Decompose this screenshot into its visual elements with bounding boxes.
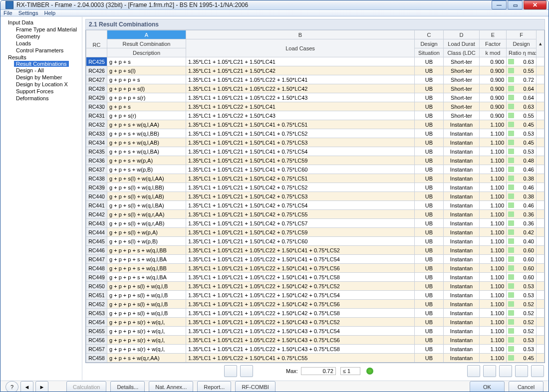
scroll-gutter[interactable]: [537, 336, 545, 345]
cell-kmod[interactable]: 1.100: [480, 255, 507, 264]
cell-rc[interactable]: RC450: [86, 282, 107, 291]
table-row[interactable]: RC446g + p + p + s + w(q,l,BB1.35*LC1 + …: [86, 246, 545, 255]
cell-rc[interactable]: RC446: [86, 246, 107, 255]
calculation-button[interactable]: Calculation: [66, 381, 106, 392]
cell-loadcases[interactable]: 1.35*LC1 + 1.05*LC21 + 1.50*LC41 + 0.75*…: [186, 147, 415, 156]
cell-design-situation[interactable]: UB: [415, 354, 444, 363]
cell-kmod[interactable]: 1.100: [480, 282, 507, 291]
scroll-gutter[interactable]: [537, 255, 545, 264]
cell-ldc[interactable]: Instantan: [444, 174, 480, 183]
tree-item[interactable]: Design - All: [1, 67, 82, 74]
scroll-gutter[interactable]: [537, 66, 545, 75]
cell-rc[interactable]: RC437: [86, 165, 107, 174]
cell-ldc[interactable]: Instantan: [444, 273, 480, 282]
menu-help[interactable]: Help: [44, 10, 55, 16]
scroll-gutter[interactable]: [537, 57, 545, 66]
cell-desc[interactable]: g + p + s(l) + w(q,r,AA): [107, 210, 186, 219]
minimize-button[interactable]: —: [492, 0, 507, 9]
tree-item[interactable]: Design by Location X: [1, 81, 82, 88]
cell-loadcases[interactable]: 1.35*LC1 + 1.05*LC21 + 1.50*LC41 + 0.75*…: [186, 156, 415, 165]
tree-section-input[interactable]: Input Data: [1, 19, 82, 26]
table-row[interactable]: RC426g + p + s(l)1.35*LC1 + 1.05*LC21 + …: [86, 66, 545, 75]
cell-loadcases[interactable]: 1.35*LC1 + 1.05*LC21 + 1.50*LC41: [186, 57, 415, 66]
table-row[interactable]: RC438g + p + s(l) + w(q,l,AA)1.35*LC1 + …: [86, 174, 545, 183]
table-row[interactable]: RC425g + p + s1.35*LC1 + 1.05*LC21 + 1.5…: [86, 57, 545, 66]
table-row[interactable]: RC457g + p + p + s(r) + w(q,l,1.35*LC1 +…: [86, 345, 545, 354]
cell-loadcases[interactable]: 1.35*LC1 + 1.05*LC21 + 1.50*LC42 + 0.75*…: [186, 201, 415, 210]
cell-desc[interactable]: g + p + p + s(l) + w(q,l,B: [107, 300, 186, 309]
cell-design-situation[interactable]: UB: [415, 129, 444, 138]
cell-rc[interactable]: RC428: [86, 84, 107, 93]
cell-design-situation[interactable]: UB: [415, 201, 444, 210]
cell-desc[interactable]: g + p + s + w(q,l,BB): [107, 129, 186, 138]
cell-ratio[interactable]: 0.45: [507, 354, 537, 363]
cell-ldc[interactable]: Instantan: [444, 237, 480, 246]
col-factor[interactable]: Factor: [480, 39, 507, 48]
scroll-gutter[interactable]: [537, 93, 545, 102]
cell-design-situation[interactable]: UB: [415, 309, 444, 318]
tree-item[interactable]: Design by Member: [1, 74, 82, 81]
cancel-button[interactable]: Cancel: [509, 381, 544, 392]
cell-desc[interactable]: g + p + s(l): [107, 66, 186, 75]
cell-ratio[interactable]: 0.55: [507, 66, 537, 75]
cell-loadcases[interactable]: 1.35*LC1 + 1.05*LC21 + 1.50*LC42 + 0.75*…: [186, 174, 415, 183]
cell-kmod[interactable]: 0.900: [480, 75, 507, 84]
cell-ratio[interactable]: 0.64: [507, 93, 537, 102]
colgroup-c[interactable]: C: [415, 30, 444, 39]
cell-design-situation[interactable]: UB: [415, 273, 444, 282]
cell-design-situation[interactable]: UB: [415, 327, 444, 336]
cell-loadcases[interactable]: 1.35*LC1 + 1.05*LC21 + 1.05*LC22 + 1.50*…: [186, 309, 415, 318]
scroll-gutter[interactable]: [537, 129, 545, 138]
cell-desc[interactable]: g + p + s(l) + w(q,r,AB): [107, 219, 186, 228]
col-desc[interactable]: Result Combination: [107, 39, 186, 48]
cell-kmod[interactable]: 1.100: [480, 219, 507, 228]
maximize-button[interactable]: ▭: [508, 0, 523, 9]
col-ld2[interactable]: Class (LDC: [444, 48, 480, 57]
cell-desc[interactable]: g + p + s: [107, 102, 186, 111]
cell-ldc[interactable]: Instantan: [444, 336, 480, 345]
col-fk2[interactable]: k mod: [480, 48, 507, 57]
tree-item[interactable]: Frame Type and Material: [1, 26, 82, 33]
cell-kmod[interactable]: 1.100: [480, 300, 507, 309]
cell-rc[interactable]: RC433: [86, 129, 107, 138]
cell-ldc[interactable]: Instantan: [444, 156, 480, 165]
cell-design-situation[interactable]: UB: [415, 192, 444, 201]
cell-ratio[interactable]: 0.38: [507, 174, 537, 183]
scroll-gutter[interactable]: [537, 327, 545, 336]
scroll-gutter[interactable]: [537, 111, 545, 120]
cell-ratio[interactable]: 0.46: [507, 201, 537, 210]
cell-desc[interactable]: g + p + s + w(q,l,AB): [107, 138, 186, 147]
cell-kmod[interactable]: 1.100: [480, 129, 507, 138]
cell-desc[interactable]: g + p + s(l) + w(q,l,BA): [107, 201, 186, 210]
table-row[interactable]: RC454g + p + p + s(r) + w(q,l,1.35*LC1 +…: [86, 318, 545, 327]
cell-loadcases[interactable]: 1.35*LC1 + 1.05*LC21 + 1.05*LC22 + 1.50*…: [186, 264, 415, 273]
rf-combi-button[interactable]: RF-COMBI: [235, 381, 275, 392]
cell-desc[interactable]: g + p + p + s: [107, 75, 186, 84]
cell-ratio[interactable]: 0.45: [507, 120, 537, 129]
cell-rc[interactable]: RC426: [86, 66, 107, 75]
col-design-situation[interactable]: Design: [415, 39, 444, 48]
table-row[interactable]: RC433g + p + s + w(q,l,BB)1.35*LC1 + 1.0…: [86, 129, 545, 138]
cell-design-situation[interactable]: UB: [415, 138, 444, 147]
colgroup-e[interactable]: E: [480, 30, 507, 39]
scroll-gutter[interactable]: [537, 210, 545, 219]
colgroup-f[interactable]: F: [507, 30, 537, 39]
cell-kmod[interactable]: 1.100: [480, 237, 507, 246]
cell-desc[interactable]: g + p + s(r): [107, 111, 186, 120]
cell-desc[interactable]: g + p + p + s + w(q,l,BA: [107, 273, 186, 282]
cell-ldc[interactable]: Instantan: [444, 210, 480, 219]
cell-rc[interactable]: RC457: [86, 345, 107, 354]
cell-ldc[interactable]: Short-ter: [444, 111, 480, 120]
cell-loadcases[interactable]: 1.35*LC1 + 1.05*LC21 + 1.50*LC42: [186, 66, 415, 75]
cell-kmod[interactable]: 1.100: [480, 156, 507, 165]
cell-kmod[interactable]: 1.100: [480, 264, 507, 273]
cell-ldc[interactable]: Instantan: [444, 291, 480, 300]
table-row[interactable]: RC432g + p + s + w(q,l,AA)1.35*LC1 + 1.0…: [86, 120, 545, 129]
cell-design-situation[interactable]: UB: [415, 264, 444, 273]
cell-ratio[interactable]: 0.55: [507, 111, 537, 120]
cell-ratio[interactable]: 0.60: [507, 273, 537, 282]
cell-kmod[interactable]: 1.100: [480, 183, 507, 192]
cell-kmod[interactable]: 0.900: [480, 93, 507, 102]
col-dr2[interactable]: Ratio η max: [507, 48, 537, 57]
scroll-gutter[interactable]: [537, 84, 545, 93]
